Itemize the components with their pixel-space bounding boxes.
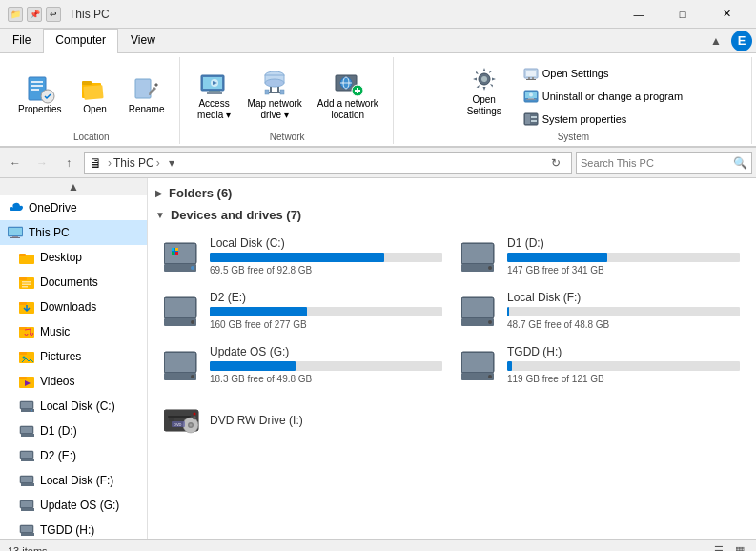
pictures-icon	[19, 349, 34, 364]
tab-view[interactable]: View	[118, 29, 168, 52]
svg-point-70	[31, 410, 32, 412]
ribbon-collapse-icon[interactable]: ▲	[705, 32, 727, 50]
title-bar: 📁 📌 ↩ This PC — □ ✕	[0, 0, 756, 29]
location-buttons: Properties Open	[11, 59, 172, 130]
drive-c[interactable]: Local Disk (C:) 69.5 GB free of 92.8 GB	[155, 230, 451, 282]
drive-e[interactable]: D2 (E:) 160 GB free of 277 GB	[155, 284, 451, 337]
svg-rect-38	[528, 98, 534, 99]
svg-rect-96	[172, 248, 174, 251]
drive-c-bar	[210, 253, 384, 262]
sidebar-item-this-pc[interactable]: This PC	[0, 220, 147, 245]
ribbon-content: Properties Open	[0, 53, 756, 147]
drive-g[interactable]: Update OS (G:) 18.3 GB free of 49.8 GB	[155, 338, 451, 391]
devices-section-title: Devices and drives (7)	[171, 208, 301, 222]
network-buttons: Accessmedia ▾ Map networkdrive ▾	[190, 59, 385, 130]
svg-point-125	[190, 424, 193, 427]
svg-rect-7	[83, 85, 103, 100]
address-dropdown-button[interactable]: ▾	[162, 153, 181, 173]
drive-c-name: Local Disk (C:)	[210, 236, 442, 250]
svg-rect-3	[31, 89, 39, 91]
manage-button[interactable]: System properties	[519, 109, 687, 130]
system-properties-button[interactable]: Uninstall or change a program	[519, 86, 687, 107]
svg-rect-81	[21, 501, 32, 507]
sidebar-item-music[interactable]: Music	[0, 319, 147, 344]
properties-button[interactable]: Properties	[11, 69, 69, 120]
title-bar-icons: 📁 📌 ↩	[8, 7, 61, 22]
folders-section-header[interactable]: ▶ Folders (6)	[148, 182, 756, 204]
sidebar-item-onedrive[interactable]: OneDrive	[0, 195, 147, 220]
network-group-label: Network	[270, 130, 305, 142]
svg-rect-62	[19, 352, 27, 355]
uninstall-button[interactable]: Open Settings	[519, 63, 687, 84]
access-media-button[interactable]: Accessmedia ▾	[190, 63, 239, 126]
sidebar-item-update-os[interactable]: Update OS (G:)	[0, 493, 147, 518]
drive-c-icon	[164, 237, 202, 276]
help-icon[interactable]: E	[731, 31, 752, 51]
search-bar[interactable]: 🔍	[576, 152, 752, 174]
add-network-location-button[interactable]: Add a networklocation	[311, 63, 385, 126]
drive-d-bar-wrap	[507, 253, 740, 262]
sidebar-item-desktop[interactable]: Desktop	[0, 245, 147, 270]
svg-rect-79	[21, 483, 34, 486]
svg-point-128	[193, 416, 196, 419]
list-view-button[interactable]: ☰	[710, 542, 727, 551]
dvd-icon: DVD	[164, 401, 202, 439]
sidebar-item-d1[interactable]: D1 (D:)	[0, 418, 147, 443]
detail-view-button[interactable]: ▦	[731, 542, 748, 551]
sidebar-item-tgdd[interactable]: TGDD (H:)	[0, 518, 147, 539]
tab-computer[interactable]: Computer	[43, 29, 118, 53]
svg-rect-15	[207, 92, 222, 94]
pin-icon[interactable]: 📌	[27, 7, 42, 22]
svg-point-63	[23, 357, 26, 359]
rename-button[interactable]: Rename	[122, 69, 172, 120]
sidebar-onedrive-label: OneDrive	[29, 201, 139, 214]
address-bar[interactable]: 🖥 › This PC › ▾ ↻	[84, 152, 572, 174]
ribbon-group-system: OpenSettings Open	[396, 57, 752, 144]
svg-text:DVD: DVD	[174, 422, 182, 427]
drive-g-bar	[210, 361, 296, 371]
sidebar-item-local-disk-f[interactable]: Local Disk (F:)	[0, 468, 147, 493]
update-os-icon	[19, 498, 34, 513]
map-network-drive-button[interactable]: Map networkdrive ▾	[241, 63, 309, 126]
sidebar-item-d2[interactable]: D2 (E:)	[0, 443, 147, 468]
sidebar-item-documents[interactable]: Documents	[0, 270, 147, 295]
drive-f[interactable]: Local Disk (F:) 48.7 GB free of 48.8 GB	[453, 284, 748, 337]
svg-rect-76	[21, 459, 34, 461]
back-button[interactable]: ←	[4, 152, 27, 174]
svg-rect-75	[21, 452, 32, 458]
sidebar-item-downloads[interactable]: Downloads	[0, 295, 147, 319]
drive-d[interactable]: D1 (D:) 147 GB free of 341 GB	[453, 230, 748, 282]
sidebar-scroll-up[interactable]: ▲	[0, 178, 147, 195]
undo-icon[interactable]: ↩	[46, 7, 61, 22]
system-buttons: OpenSettings Open	[460, 59, 687, 130]
quick-access-icon[interactable]: 📁	[8, 7, 23, 22]
drive-h[interactable]: TGDD (H:) 119 GB free of 121 GB	[453, 338, 748, 391]
devices-section-header[interactable]: ▼ Devices and drives (7)	[148, 204, 756, 226]
forward-button[interactable]: →	[31, 152, 53, 174]
svg-rect-20	[265, 90, 269, 94]
system-properties-icon	[523, 89, 539, 104]
minimize-button[interactable]: —	[617, 0, 661, 29]
up-button[interactable]: ↑	[57, 152, 80, 174]
address-this-pc[interactable]: This PC	[113, 156, 154, 170]
view-controls: ☰ ▦	[710, 542, 748, 551]
system-small-buttons: Open Settings Uninstall o	[519, 63, 687, 130]
sidebar-item-pictures[interactable]: Pictures	[0, 344, 147, 369]
search-input[interactable]	[581, 157, 733, 169]
maximize-button[interactable]: □	[661, 0, 705, 29]
svg-rect-82	[21, 508, 34, 511]
dvd-drive-i[interactable]: DVD DVD RW Drive (I:)	[148, 395, 756, 446]
svg-rect-6	[82, 81, 92, 85]
tab-file[interactable]: File	[0, 29, 43, 52]
search-icon: 🔍	[733, 156, 747, 170]
close-button[interactable]: ✕	[705, 0, 748, 29]
svg-point-107	[191, 320, 194, 324]
sidebar-item-local-disk-c[interactable]: Local Disk (C:)	[0, 394, 147, 418]
sidebar-item-videos[interactable]: Videos	[0, 369, 147, 394]
open-settings-button[interactable]: OpenSettings	[460, 59, 509, 122]
content-area: ▶ Folders (6) ▼ Devices and drives (7)	[148, 178, 756, 539]
local-disk-c-icon	[19, 398, 34, 414]
system-properties-label: Uninstall or change a program	[542, 91, 683, 102]
refresh-button[interactable]: ↻	[544, 152, 567, 174]
open-button[interactable]: Open	[71, 69, 120, 120]
